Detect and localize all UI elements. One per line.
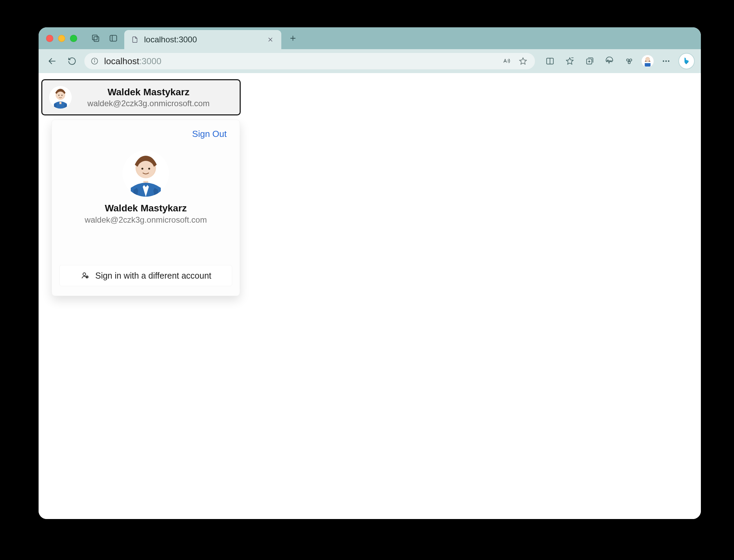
reload-button[interactable] xyxy=(65,54,80,69)
browser-tab[interactable]: localhost:3000 xyxy=(124,30,281,49)
svg-point-28 xyxy=(646,58,650,62)
svg-point-43 xyxy=(148,168,150,170)
page-viewport: Waldek Mastykarz waldek@2czk3g.onmicroso… xyxy=(39,73,701,519)
page-icon xyxy=(130,35,139,44)
svg-point-35 xyxy=(56,92,65,100)
vertical-tabs-icon[interactable] xyxy=(107,31,120,45)
address-bar[interactable]: localhost:3000 xyxy=(84,53,535,69)
svg-marker-15 xyxy=(566,58,573,64)
account-email: waldek@2czk3g.onmicrosoft.com xyxy=(85,215,207,225)
svg-point-42 xyxy=(141,168,143,170)
tab-close-button[interactable] xyxy=(266,35,275,44)
svg-point-11 xyxy=(94,59,95,60)
browser-toolbar: localhost:3000 xyxy=(39,49,701,73)
login-header-card[interactable]: Waldek Mastykarz waldek@2czk3g.onmicroso… xyxy=(41,79,241,115)
favorites-icon[interactable] xyxy=(562,54,577,69)
svg-rect-29 xyxy=(645,63,651,67)
account-flyout: Sign Out xyxy=(52,120,240,296)
login-header-info: Waldek Mastykarz waldek@2czk3g.onmicroso… xyxy=(78,86,233,108)
login-header-name: Waldek Mastykarz xyxy=(78,86,219,98)
workspaces-icon[interactable] xyxy=(89,31,102,45)
svg-point-32 xyxy=(668,60,669,62)
alt-signin-label: Sign in with a different account xyxy=(95,271,211,281)
window-zoom-button[interactable] xyxy=(70,35,77,42)
svg-line-25 xyxy=(630,61,630,62)
svg-marker-12 xyxy=(520,58,526,64)
svg-point-37 xyxy=(61,95,62,96)
address-path: :3000 xyxy=(139,56,161,67)
favorite-icon[interactable] xyxy=(517,55,530,68)
svg-point-36 xyxy=(58,95,59,96)
svg-rect-2 xyxy=(110,35,117,41)
profile-avatar-button[interactable] xyxy=(641,55,654,67)
browser-essentials-icon[interactable] xyxy=(622,54,637,69)
svg-rect-38 xyxy=(59,102,61,104)
address-host: localhost xyxy=(104,56,139,67)
login-header-email: waldek@2czk3g.onmicrosoft.com xyxy=(78,99,219,108)
more-menu-button[interactable] xyxy=(659,54,674,69)
performance-icon[interactable] xyxy=(602,54,617,69)
sign-in-different-account-button[interactable]: Sign in with a different account xyxy=(59,265,232,286)
tab-strip: localhost:3000 xyxy=(39,27,701,49)
svg-line-24 xyxy=(629,61,629,62)
back-button[interactable] xyxy=(45,54,60,69)
read-aloud-icon[interactable] xyxy=(500,55,513,68)
svg-point-23 xyxy=(628,61,631,64)
window-minimize-button[interactable] xyxy=(58,35,65,42)
site-info-icon[interactable] xyxy=(90,56,99,66)
collections-icon[interactable] xyxy=(582,54,597,69)
svg-point-41 xyxy=(137,161,154,178)
svg-rect-0 xyxy=(93,35,97,40)
sign-out-link[interactable]: Sign Out xyxy=(189,127,229,141)
svg-rect-1 xyxy=(94,37,99,41)
traffic-lights xyxy=(46,35,77,42)
svg-point-31 xyxy=(665,60,667,62)
browser-window: localhost:3000 xyxy=(39,27,701,519)
toolbar-right xyxy=(542,53,695,69)
person-add-icon xyxy=(80,271,90,280)
split-screen-icon[interactable] xyxy=(542,54,557,69)
svg-point-30 xyxy=(663,60,664,62)
user-avatar-large xyxy=(123,150,169,197)
new-tab-button[interactable] xyxy=(286,31,300,45)
svg-point-45 xyxy=(83,273,86,276)
account-name: Waldek Mastykarz xyxy=(105,203,187,214)
window-close-button[interactable] xyxy=(46,35,53,42)
user-avatar-small xyxy=(49,86,72,109)
tab-title: localhost:3000 xyxy=(144,35,261,44)
bing-chat-button[interactable] xyxy=(678,53,695,69)
address-text: localhost:3000 xyxy=(104,56,161,67)
